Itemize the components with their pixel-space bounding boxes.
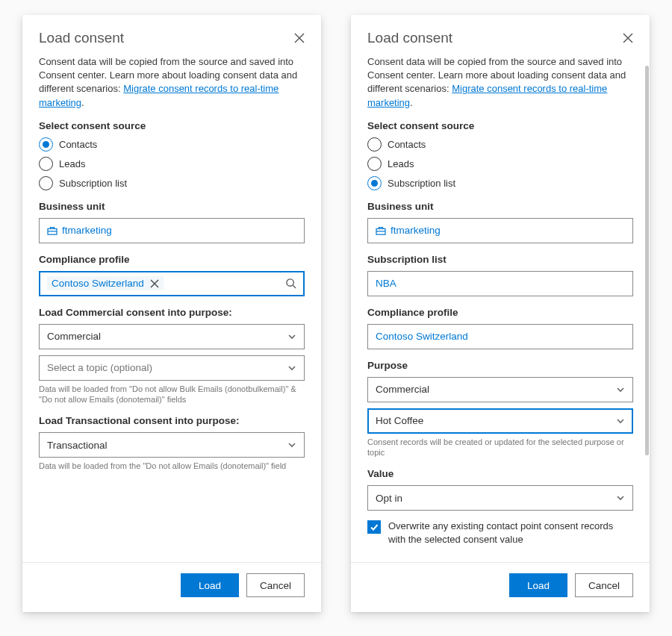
intro-text: Consent data will be copied from the sou… xyxy=(367,55,633,110)
radio-label: Contacts xyxy=(388,139,426,150)
chevron-down-icon xyxy=(287,332,296,341)
value-select[interactable]: Opt in xyxy=(367,485,633,511)
compliance-tag: Contoso Switzerland xyxy=(47,276,164,290)
overwrite-label: Overwrite any existing contact point con… xyxy=(388,520,633,546)
load-consent-panel-contacts: Load consent Consent data will be copied… xyxy=(22,15,321,612)
radio-contacts[interactable]: Contacts xyxy=(367,137,633,152)
compliance-profile-label: Compliance profile xyxy=(367,307,633,318)
radio-icon xyxy=(39,157,53,171)
business-unit-field[interactable]: ftmarketing xyxy=(39,218,305,243)
purpose-value: Commercial xyxy=(376,384,429,395)
chevron-down-icon xyxy=(287,364,296,372)
select-source-label: Select consent source xyxy=(39,120,305,131)
close-icon[interactable] xyxy=(623,33,633,43)
commercial-topic-select[interactable]: Select a topic (optional) xyxy=(39,355,305,381)
radio-label: Subscription list xyxy=(388,178,455,189)
business-unit-label: Business unit xyxy=(367,201,633,212)
intro-suffix: . xyxy=(410,97,413,108)
commercial-value: Commercial xyxy=(47,331,101,342)
radio-leads[interactable]: Leads xyxy=(367,157,633,171)
chevron-down-icon xyxy=(616,493,625,502)
radio-subscription-list[interactable]: Subscription list xyxy=(367,176,633,190)
load-button[interactable]: Load xyxy=(181,573,239,597)
compliance-profile-field[interactable]: Contoso Switzerland xyxy=(367,324,633,349)
panel-footer: Load Cancel xyxy=(22,562,321,612)
check-icon xyxy=(370,523,379,531)
panel-footer: Load Cancel xyxy=(351,562,650,612)
transactional-hint: Data will be loaded from the "Do not all… xyxy=(39,461,305,471)
compliance-profile-label: Compliance profile xyxy=(39,254,305,265)
purpose-topic-value: Hot Coffee xyxy=(376,415,423,426)
radio-label: Leads xyxy=(388,158,414,169)
transactional-purpose-select[interactable]: Transactional xyxy=(39,432,305,458)
panel-title: Load consent xyxy=(367,30,452,46)
panel-header: Load consent xyxy=(39,30,305,52)
radio-icon xyxy=(367,176,382,190)
chevron-down-icon xyxy=(616,385,625,394)
briefcase-icon xyxy=(376,226,386,235)
chevron-down-icon xyxy=(616,417,625,425)
business-unit-value: ftmarketing xyxy=(62,225,112,236)
value-value: Opt in xyxy=(376,493,402,504)
business-unit-label: Business unit xyxy=(39,201,305,212)
commercial-hint: Data will be loaded from "Do not allow B… xyxy=(39,384,305,405)
select-source-label: Select consent source xyxy=(367,120,633,131)
purpose-topic-select[interactable]: Hot Coffee xyxy=(367,408,633,434)
commercial-purpose-select[interactable]: Commercial xyxy=(39,324,305,349)
radio-icon xyxy=(367,137,382,152)
checkbox-checked-icon xyxy=(367,520,381,534)
scrollbar-track[interactable] xyxy=(644,66,649,552)
load-consent-panel-subscription: Load consent Consent data will be copied… xyxy=(351,15,650,612)
compliance-profile-field[interactable]: Contoso Switzerland xyxy=(39,271,305,296)
radio-subscription-list[interactable]: Subscription list xyxy=(39,176,305,190)
briefcase-icon xyxy=(47,226,57,235)
compliance-value: Contoso Switzerland xyxy=(376,331,468,342)
purpose-hint: Consent records will be created or updat… xyxy=(367,437,633,458)
panel-title: Load consent xyxy=(39,30,124,46)
svg-point-6 xyxy=(287,279,293,286)
radio-contacts[interactable]: Contacts xyxy=(39,137,305,152)
transactional-value: Transactional xyxy=(47,440,108,451)
commercial-topic-placeholder: Select a topic (optional) xyxy=(47,362,152,373)
subscription-list-value: NBA xyxy=(376,278,396,289)
purpose-select[interactable]: Commercial xyxy=(367,377,633,402)
panel-body: Load consent Consent data will be copied… xyxy=(351,15,650,549)
purpose-label: Purpose xyxy=(367,360,633,371)
svg-line-7 xyxy=(293,286,296,289)
value-label: Value xyxy=(367,468,633,479)
intro-suffix: . xyxy=(81,97,84,108)
chevron-down-icon xyxy=(287,440,296,449)
scrollbar-thumb[interactable] xyxy=(645,66,649,455)
load-commercial-label: Load Commercial consent into purpose: xyxy=(39,307,305,318)
compliance-value: Contoso Switzerland xyxy=(52,278,144,289)
overwrite-checkbox-row[interactable]: Overwrite any existing contact point con… xyxy=(367,520,633,546)
close-icon[interactable] xyxy=(294,33,305,43)
subscription-list-field[interactable]: NBA xyxy=(367,271,633,296)
radio-icon xyxy=(39,137,53,152)
subscription-list-label: Subscription list xyxy=(367,254,633,265)
radio-label: Leads xyxy=(59,158,85,169)
remove-tag-icon[interactable] xyxy=(150,279,159,288)
panel-header: Load consent xyxy=(367,30,633,52)
radio-leads[interactable]: Leads xyxy=(39,157,305,171)
search-icon[interactable] xyxy=(285,278,296,289)
radio-label: Contacts xyxy=(59,139,97,150)
panel-body: Load consent Consent data will be copied… xyxy=(22,15,321,480)
radio-label: Subscription list xyxy=(59,178,127,189)
load-transactional-label: Load Transactional consent into purpose: xyxy=(39,415,305,426)
business-unit-field[interactable]: ftmarketing xyxy=(367,218,633,243)
load-button[interactable]: Load xyxy=(509,573,567,597)
radio-icon xyxy=(39,176,53,190)
cancel-button[interactable]: Cancel xyxy=(246,573,305,597)
radio-icon xyxy=(367,157,382,171)
business-unit-value: ftmarketing xyxy=(391,225,441,236)
cancel-button[interactable]: Cancel xyxy=(575,573,633,597)
intro-text: Consent data will be copied from the sou… xyxy=(39,55,305,110)
